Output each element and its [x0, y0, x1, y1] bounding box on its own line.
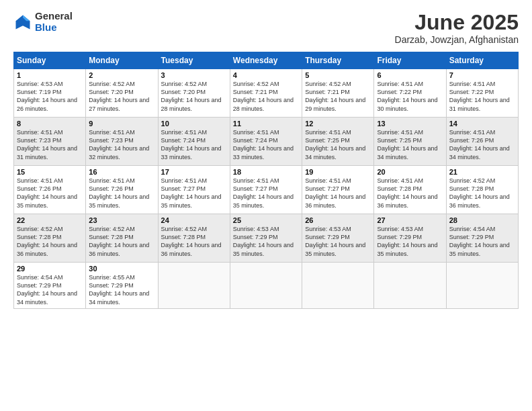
- day-number: 30: [89, 265, 154, 273]
- col-monday: Monday: [86, 52, 158, 69]
- week-row-4: 22Sunrise: 4:52 AMSunset: 7:28 PMDayligh…: [14, 214, 519, 263]
- cell-w3-d4: 18Sunrise: 4:51 AMSunset: 7:27 PMDayligh…: [230, 166, 302, 214]
- day-info: Sunrise: 4:52 AMSunset: 7:20 PMDaylight:…: [161, 80, 227, 113]
- page: General Blue June 2025 Darzab, Jowzjan, …: [0, 0, 532, 411]
- day-info: Sunrise: 4:52 AMSunset: 7:28 PMDaylight:…: [161, 225, 227, 258]
- day-info: Sunrise: 4:51 AMSunset: 7:26 PMDaylight:…: [449, 128, 515, 161]
- cell-w1-d1: 1Sunrise: 4:53 AMSunset: 7:19 PMDaylight…: [14, 69, 86, 118]
- day-info: Sunrise: 4:52 AMSunset: 7:20 PMDaylight:…: [89, 80, 154, 113]
- cell-w1-d6: 6Sunrise: 4:51 AMSunset: 7:22 PMDaylight…: [374, 69, 446, 118]
- day-info: Sunrise: 4:51 AMSunset: 7:24 PMDaylight:…: [233, 128, 299, 161]
- cell-w4-d3: 24Sunrise: 4:52 AMSunset: 7:28 PMDayligh…: [158, 214, 230, 263]
- day-number: 18: [233, 168, 299, 176]
- week-row-1: 1Sunrise: 4:53 AMSunset: 7:19 PMDaylight…: [14, 69, 519, 118]
- cell-w5-d4: [230, 263, 302, 309]
- calendar-subtitle: Darzab, Jowzjan, Afghanistan: [395, 34, 519, 45]
- day-info: Sunrise: 4:53 AMSunset: 7:19 PMDaylight:…: [17, 80, 83, 113]
- cell-w4-d2: 23Sunrise: 4:52 AMSunset: 7:28 PMDayligh…: [86, 214, 158, 263]
- day-number: 5: [305, 71, 371, 79]
- day-info: Sunrise: 4:53 AMSunset: 7:29 PMDaylight:…: [305, 225, 371, 258]
- day-number: 25: [233, 216, 299, 224]
- cell-w4-d4: 25Sunrise: 4:53 AMSunset: 7:29 PMDayligh…: [230, 214, 302, 263]
- day-number: 3: [161, 71, 227, 79]
- day-number: 19: [305, 168, 371, 176]
- day-number: 24: [161, 216, 227, 224]
- col-thursday: Thursday: [302, 52, 374, 69]
- cell-w5-d7: [446, 263, 518, 309]
- day-number: 4: [233, 71, 299, 79]
- cell-w1-d7: 7Sunrise: 4:51 AMSunset: 7:22 PMDaylight…: [446, 69, 518, 118]
- day-info: Sunrise: 4:54 AMSunset: 7:29 PMDaylight:…: [449, 225, 515, 258]
- cell-w5-d2: 30Sunrise: 4:55 AMSunset: 7:29 PMDayligh…: [86, 263, 158, 309]
- logo-text: General Blue: [35, 11, 73, 33]
- day-info: Sunrise: 4:52 AMSunset: 7:21 PMDaylight:…: [305, 80, 371, 113]
- day-number: 16: [89, 168, 154, 176]
- col-sunday: Sunday: [14, 52, 86, 69]
- header: General Blue June 2025 Darzab, Jowzjan, …: [13, 11, 519, 45]
- cell-w2-d6: 13Sunrise: 4:51 AMSunset: 7:25 PMDayligh…: [374, 118, 446, 166]
- day-info: Sunrise: 4:51 AMSunset: 7:27 PMDaylight:…: [161, 177, 227, 210]
- day-number: 12: [305, 120, 371, 128]
- col-wednesday: Wednesday: [230, 52, 302, 69]
- cell-w2-d4: 11Sunrise: 4:51 AMSunset: 7:24 PMDayligh…: [230, 118, 302, 166]
- day-info: Sunrise: 4:52 AMSunset: 7:21 PMDaylight:…: [233, 80, 299, 113]
- day-number: 26: [305, 216, 371, 224]
- cell-w3-d2: 16Sunrise: 4:51 AMSunset: 7:26 PMDayligh…: [86, 166, 158, 214]
- day-number: 6: [377, 71, 443, 79]
- cell-w1-d5: 5Sunrise: 4:52 AMSunset: 7:21 PMDaylight…: [302, 69, 374, 118]
- day-number: 23: [89, 216, 154, 224]
- logo-general-text: General: [35, 11, 73, 22]
- day-number: 8: [17, 120, 83, 128]
- day-info: Sunrise: 4:51 AMSunset: 7:24 PMDaylight:…: [161, 128, 227, 161]
- cell-w2-d5: 12Sunrise: 4:51 AMSunset: 7:25 PMDayligh…: [302, 118, 374, 166]
- day-number: 17: [161, 168, 227, 176]
- day-info: Sunrise: 4:52 AMSunset: 7:28 PMDaylight:…: [89, 225, 154, 258]
- week-row-5: 29Sunrise: 4:54 AMSunset: 7:29 PMDayligh…: [14, 263, 519, 309]
- day-number: 29: [17, 265, 83, 273]
- day-number: 20: [377, 168, 443, 176]
- cell-w4-d6: 27Sunrise: 4:53 AMSunset: 7:29 PMDayligh…: [374, 214, 446, 263]
- logo-blue-text: Blue: [35, 22, 73, 34]
- day-info: Sunrise: 4:51 AMSunset: 7:23 PMDaylight:…: [17, 128, 83, 161]
- col-saturday: Saturday: [446, 52, 518, 69]
- day-info: Sunrise: 4:52 AMSunset: 7:28 PMDaylight:…: [449, 177, 515, 210]
- day-info: Sunrise: 4:51 AMSunset: 7:25 PMDaylight:…: [305, 128, 371, 161]
- day-info: Sunrise: 4:51 AMSunset: 7:27 PMDaylight:…: [305, 177, 371, 210]
- cell-w5-d3: [158, 263, 230, 309]
- logo-icon: [13, 13, 32, 32]
- col-tuesday: Tuesday: [158, 52, 230, 69]
- day-info: Sunrise: 4:53 AMSunset: 7:29 PMDaylight:…: [377, 225, 443, 258]
- day-number: 1: [17, 71, 83, 79]
- cell-w3-d6: 20Sunrise: 4:51 AMSunset: 7:28 PMDayligh…: [374, 166, 446, 214]
- cell-w4-d7: 28Sunrise: 4:54 AMSunset: 7:29 PMDayligh…: [446, 214, 518, 263]
- day-info: Sunrise: 4:51 AMSunset: 7:22 PMDaylight:…: [377, 80, 443, 113]
- cell-w2-d7: 14Sunrise: 4:51 AMSunset: 7:26 PMDayligh…: [446, 118, 518, 166]
- cell-w1-d2: 2Sunrise: 4:52 AMSunset: 7:20 PMDaylight…: [86, 69, 158, 118]
- day-info: Sunrise: 4:51 AMSunset: 7:23 PMDaylight:…: [89, 128, 154, 161]
- day-number: 7: [449, 71, 515, 79]
- day-info: Sunrise: 4:51 AMSunset: 7:25 PMDaylight:…: [377, 128, 443, 161]
- cell-w3-d7: 21Sunrise: 4:52 AMSunset: 7:28 PMDayligh…: [446, 166, 518, 214]
- day-info: Sunrise: 4:53 AMSunset: 7:29 PMDaylight:…: [233, 225, 299, 258]
- day-info: Sunrise: 4:51 AMSunset: 7:26 PMDaylight:…: [17, 177, 83, 210]
- cell-w5-d5: [302, 263, 374, 309]
- cell-w1-d4: 4Sunrise: 4:52 AMSunset: 7:21 PMDaylight…: [230, 69, 302, 118]
- cell-w2-d1: 8Sunrise: 4:51 AMSunset: 7:23 PMDaylight…: [14, 118, 86, 166]
- cell-w3-d3: 17Sunrise: 4:51 AMSunset: 7:27 PMDayligh…: [158, 166, 230, 214]
- day-info: Sunrise: 4:51 AMSunset: 7:27 PMDaylight:…: [233, 177, 299, 210]
- calendar-title: June 2025: [395, 11, 519, 34]
- day-info: Sunrise: 4:52 AMSunset: 7:28 PMDaylight:…: [17, 225, 83, 258]
- day-number: 22: [17, 216, 83, 224]
- day-number: 10: [161, 120, 227, 128]
- cell-w1-d3: 3Sunrise: 4:52 AMSunset: 7:20 PMDaylight…: [158, 69, 230, 118]
- week-row-2: 8Sunrise: 4:51 AMSunset: 7:23 PMDaylight…: [14, 118, 519, 166]
- day-number: 2: [89, 71, 154, 79]
- day-info: Sunrise: 4:51 AMSunset: 7:26 PMDaylight:…: [89, 177, 154, 210]
- col-friday: Friday: [374, 52, 446, 69]
- cell-w4-d1: 22Sunrise: 4:52 AMSunset: 7:28 PMDayligh…: [14, 214, 86, 263]
- logo: General Blue: [13, 11, 73, 33]
- day-number: 11: [233, 120, 299, 128]
- day-number: 14: [449, 120, 515, 128]
- day-info: Sunrise: 4:54 AMSunset: 7:29 PMDaylight:…: [17, 273, 83, 306]
- day-info: Sunrise: 4:51 AMSunset: 7:22 PMDaylight:…: [449, 80, 515, 113]
